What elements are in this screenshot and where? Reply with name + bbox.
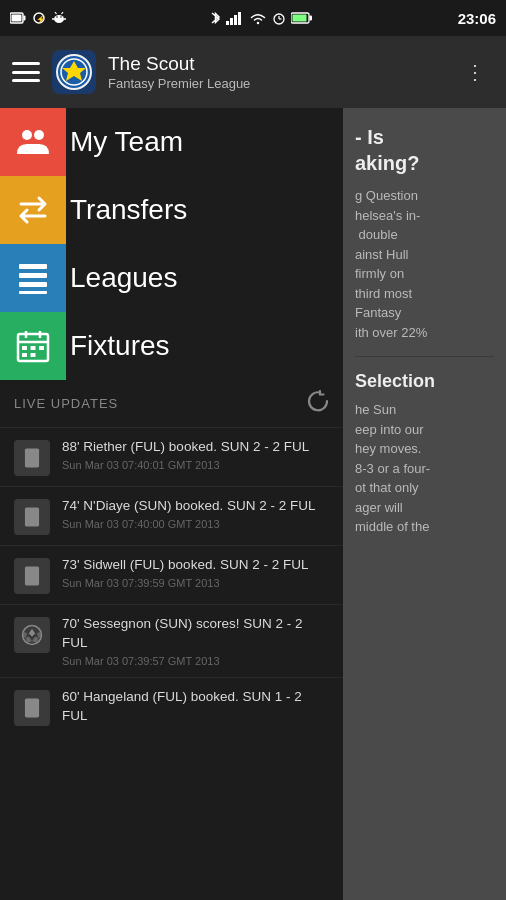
live-item-main-0: 88' Riether (FUL) booked. SUN 2 - 2 FUL [62,438,329,457]
fixtures-nav-icon [0,312,66,380]
svg-rect-13 [230,18,233,25]
leagues-nav-icon [0,244,66,312]
svg-rect-14 [234,15,237,25]
live-item-text-4: 60' Hangeland (FUL) booked. SUN 1 - 2 FU… [62,688,329,728]
usb-icon: ⚡ [32,11,46,25]
svg-point-9 [60,16,62,18]
live-updates-label: LIVE UPDATES [14,396,118,411]
svg-rect-34 [31,346,36,350]
svg-rect-2 [12,15,22,22]
live-item-main-4: 60' Hangeland (FUL) booked. SUN 1 - 2 FU… [62,688,329,726]
live-item[interactable]: 74' N'Diaye (SUN) booked. SUN 2 - 2 FUL … [0,486,343,545]
app-logo [52,50,96,94]
svg-marker-42 [29,629,35,637]
right-panel: - Isaking? g Question helsea's in- doubl… [343,108,506,900]
svg-line-10 [55,12,57,14]
main-content: My Team Transfers Leagues [0,108,506,900]
signal-icon [226,11,244,25]
svg-point-5 [54,15,64,23]
svg-rect-1 [24,16,26,21]
sidebar-item-transfers[interactable]: Transfers [0,176,343,244]
live-item-time-0: Sun Mar 03 07:40:01 GMT 2013 [62,459,329,471]
myteam-nav-icon [0,108,66,176]
logo-svg [59,57,89,87]
sidebar-drawer: My Team Transfers Leagues [0,108,343,900]
live-item-time-3: Sun Mar 03 07:39:57 GMT 2013 [62,655,329,667]
svg-point-8 [56,16,58,18]
live-item-card-icon-1 [14,499,50,535]
live-item-main-3: 70' Sessegnon (SUN) scores! SUN 2 - 2 FU… [62,615,329,653]
status-icons-left: ⚡ [10,11,66,25]
alarm-icon [272,11,286,25]
live-item[interactable]: 60' Hangeland (FUL) booked. SUN 1 - 2 FU… [0,677,343,738]
svg-rect-28 [19,291,47,294]
battery-icon [10,11,26,25]
live-item-text-1: 74' N'Diaye (SUN) booked. SUN 2 - 2 FUL … [62,497,329,530]
people-icon [15,124,51,160]
app-logo-inner [56,54,92,90]
transfers-icon [15,192,51,228]
right-panel-body2: he Sun eep into our hey moves. 8-3 or a … [355,400,494,537]
app-bar: The Scout Fantasy Premier League ⋮ [0,36,506,108]
svg-rect-27 [19,282,47,287]
live-updates-list: 88' Riether (FUL) booked. SUN 2 - 2 FUL … [0,427,343,900]
live-item-card-icon-4 [14,690,50,726]
wifi-icon [249,11,267,25]
fixtures-label: Fixtures [66,330,170,362]
svg-rect-26 [19,273,47,278]
svg-rect-36 [22,353,27,357]
sidebar-item-myteam[interactable]: My Team [0,108,343,176]
live-updates-header: LIVE UPDATES [0,380,343,427]
right-panel-content: - Isaking? g Question helsea's in- doubl… [343,108,506,553]
overflow-menu-icon[interactable]: ⋮ [457,56,494,88]
transfers-label: Transfers [66,194,187,226]
live-item-ball-icon-3 [14,617,50,653]
sidebar-item-leagues[interactable]: Leagues [0,244,343,312]
right-panel-divider [355,356,494,357]
android-icon [52,11,66,25]
right-panel-title2: Selection [355,371,494,392]
svg-point-24 [34,130,44,140]
svg-point-23 [22,130,32,140]
svg-rect-33 [22,346,27,350]
live-item[interactable]: 73' Sidwell (FUL) booked. SUN 2 - 2 FUL … [0,545,343,604]
myteam-label: My Team [66,126,183,158]
bluetooth-icon [210,10,221,26]
app-subtitle: Fantasy Premier League [108,76,445,92]
live-item-text-2: 73' Sidwell (FUL) booked. SUN 2 - 2 FUL … [62,556,329,589]
svg-rect-37 [31,353,36,357]
live-item-text-3: 70' Sessegnon (SUN) scores! SUN 2 - 2 FU… [62,615,329,667]
live-item-text-0: 88' Riether (FUL) booked. SUN 2 - 2 FUL … [62,438,329,471]
sidebar-item-fixtures[interactable]: Fixtures [0,312,343,380]
svg-rect-21 [293,15,307,22]
right-panel-title1: - Isaking? [355,124,494,176]
svg-rect-12 [226,21,229,25]
live-item[interactable]: 88' Riether (FUL) booked. SUN 2 - 2 FUL … [0,427,343,486]
live-item-card-icon-2 [14,558,50,594]
svg-rect-40 [25,567,39,586]
svg-rect-38 [25,449,39,468]
calendar-icon [15,328,51,364]
live-item-main-1: 74' N'Diaye (SUN) booked. SUN 2 - 2 FUL [62,497,329,516]
leagues-label: Leagues [66,262,177,294]
live-item[interactable]: 70' Sessegnon (SUN) scores! SUN 2 - 2 FU… [0,604,343,677]
live-item-time-1: Sun Mar 03 07:40:00 GMT 2013 [62,518,329,530]
battery-status-icon [291,12,313,24]
svg-rect-20 [310,16,313,21]
transfers-nav-icon [0,176,66,244]
svg-rect-35 [39,346,44,350]
refresh-icon[interactable] [307,390,329,417]
hamburger-icon[interactable] [12,62,40,82]
live-item-card-icon-0 [14,440,50,476]
live-item-main-2: 73' Sidwell (FUL) booked. SUN 2 - 2 FUL [62,556,329,575]
status-right-icons [210,10,313,26]
app-title-block: The Scout Fantasy Premier League [108,53,445,91]
app-title: The Scout [108,53,445,76]
svg-line-11 [62,12,64,14]
live-item-time-2: Sun Mar 03 07:39:59 GMT 2013 [62,577,329,589]
time-display: 23:06 [458,10,496,27]
svg-rect-47 [25,698,39,717]
leagues-icon [15,260,51,296]
svg-rect-25 [19,264,47,269]
svg-text:⚡: ⚡ [36,14,46,24]
